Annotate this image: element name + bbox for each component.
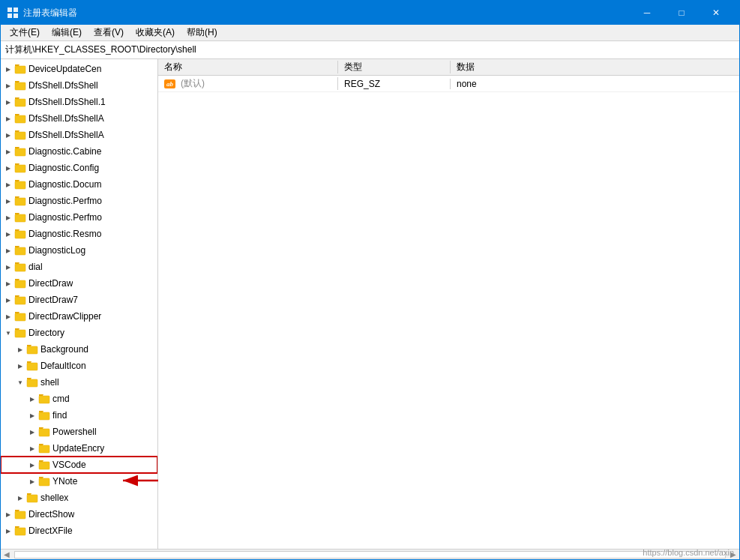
tree-toggle-t9[interactable]: [2, 193, 14, 209]
tree-item-t25[interactable]: VSCode: [1, 457, 157, 473]
tree-item-t24[interactable]: UpdateEncry: [1, 440, 157, 457]
tree-label-t3: DfsShell.DfsShell.1: [28, 97, 106, 107]
tree-item-t9[interactable]: Diagnostic.Perfmo: [1, 193, 157, 209]
folder-icon-t5: [14, 129, 26, 141]
tree-toggle-t27[interactable]: [14, 490, 26, 506]
tree-label-t26: YNote: [52, 476, 77, 487]
tree-toggle-t11[interactable]: [2, 226, 14, 242]
tree-toggle-t26[interactable]: [26, 473, 38, 490]
tree-toggle-t12[interactable]: [2, 242, 14, 259]
tree-toggle-t19[interactable]: [14, 358, 26, 374]
menu-view[interactable]: 查看(V): [88, 25, 130, 40]
tree-toggle-t17[interactable]: [2, 325, 14, 341]
tree-toggle-t8[interactable]: [2, 176, 14, 193]
menu-edit[interactable]: 编辑(E): [46, 25, 88, 40]
tree-toggle-t22[interactable]: [26, 407, 38, 424]
svg-rect-5: [15, 82, 25, 90]
tree-item-t3[interactable]: DfsShell.DfsShell.1: [1, 94, 157, 110]
folder-icon-t9: [14, 195, 26, 207]
menu-file[interactable]: 文件(E): [4, 25, 46, 40]
tree-item-t2[interactable]: DfsShell.DfsShell: [1, 77, 157, 94]
svg-rect-30: [27, 495, 37, 502]
tree-toggle-t24[interactable]: [26, 440, 38, 457]
svg-rect-11: [15, 181, 25, 189]
tree-item-t12[interactable]: DiagnosticLog: [1, 242, 157, 259]
minimize-button[interactable]: ─: [630, 1, 664, 25]
maximize-button[interactable]: □: [664, 1, 699, 25]
value-row[interactable]: ab (默认) REG_SZ none: [158, 76, 739, 92]
folder-icon-t17: [14, 327, 26, 339]
app-icon: [7, 7, 19, 19]
tree-item-t16[interactable]: DirectDrawClipper: [1, 308, 157, 325]
svg-rect-10: [15, 165, 25, 172]
tree-toggle-t10[interactable]: [2, 209, 14, 226]
tree-toggle-t7[interactable]: [2, 160, 14, 176]
tree-item-t28[interactable]: DirectShow: [1, 506, 157, 523]
tree-label-t24: UpdateEncry: [52, 443, 104, 454]
tree-toggle-t15[interactable]: [2, 292, 14, 308]
tree-label-t13: dial: [28, 262, 43, 272]
folder-icon-t28: [14, 508, 26, 520]
tree-toggle-t6[interactable]: [2, 143, 14, 160]
tree-item-t8[interactable]: Diagnostic.Docum: [1, 176, 157, 193]
tree-toggle-t2[interactable]: [2, 77, 14, 94]
col-header-data: 数据: [451, 61, 739, 73]
tree-toggle-t28[interactable]: [2, 506, 14, 523]
svg-rect-13: [15, 214, 25, 222]
value-type: REG_SZ: [338, 79, 451, 89]
tree-toggle-t16[interactable]: [2, 308, 14, 325]
tree-panel[interactable]: DeviceUpdateCen DfsShell.DfsShell DfsShe…: [1, 59, 158, 549]
folder-icon-t6: [14, 145, 26, 157]
tree-toggle-t23[interactable]: [26, 424, 38, 440]
tree-label-t9: Diagnostic.Perfmo: [28, 196, 102, 206]
tree-toggle-t5[interactable]: [2, 127, 14, 143]
tree-item-t26[interactable]: YNote: [1, 473, 157, 490]
folder-icon-t27: [26, 492, 38, 504]
menu-favorites[interactable]: 收藏夹(A): [130, 25, 181, 40]
tree-toggle-t3[interactable]: [2, 94, 14, 110]
tree-toggle-t18[interactable]: [14, 341, 26, 358]
tree-toggle-t25[interactable]: [26, 457, 38, 473]
tree-toggle-t4[interactable]: [2, 110, 14, 127]
tree-item-t17[interactable]: Directory: [1, 325, 157, 341]
svg-rect-24: [39, 396, 49, 403]
tree-toggle-t21[interactable]: [26, 391, 38, 407]
tree-item-t10[interactable]: Diagnostic.Perfmo: [1, 209, 157, 226]
tree-item-t22[interactable]: find: [1, 407, 157, 424]
svg-rect-7: [15, 115, 25, 123]
tree-item-t18[interactable]: Background: [1, 341, 157, 358]
tree-item-t23[interactable]: Powershell: [1, 424, 157, 440]
folder-icon-t8: [14, 178, 26, 190]
tree-toggle-t20[interactable]: [14, 374, 26, 391]
menu-help[interactable]: 帮助(H): [181, 25, 223, 40]
tree-item-t21[interactable]: cmd: [1, 391, 157, 407]
tree-item-t19[interactable]: DefaultIcon: [1, 358, 157, 374]
tree-item-t4[interactable]: DfsShell.DfsShellA: [1, 110, 157, 127]
value-data: none: [451, 79, 739, 89]
tree-label-t20: shell: [40, 377, 59, 388]
svg-rect-14: [15, 231, 25, 238]
close-button[interactable]: ✕: [699, 1, 733, 25]
value-name: ab (默认): [158, 77, 338, 90]
tree-toggle-t14[interactable]: [2, 275, 14, 292]
tree-item-t1[interactable]: DeviceUpdateCen: [1, 61, 157, 77]
tree-item-t5[interactable]: DfsShell.DfsShellA: [1, 127, 157, 143]
tree-label-t19: DefaultIcon: [40, 361, 86, 371]
tree-toggle-t13[interactable]: [2, 259, 14, 275]
tree-item-t14[interactable]: DirectDraw: [1, 275, 157, 292]
tree-label-t5: DfsShell.DfsShellA: [28, 130, 104, 140]
tree-item-t20[interactable]: shell: [1, 374, 157, 391]
tree-toggle-t1[interactable]: [2, 61, 14, 77]
value-label: (默认): [181, 77, 205, 90]
tree-item-t13[interactable]: dial: [1, 259, 157, 275]
horizontal-scrollbar[interactable]: ◀ ▶: [1, 549, 739, 559]
tree-item-t6[interactable]: Diagnostic.Cabine: [1, 143, 157, 160]
tree-item-t11[interactable]: Diagnostic.Resmo: [1, 226, 157, 242]
tree-item-t29[interactable]: DirectXFile: [1, 523, 157, 539]
tree-item-t15[interactable]: DirectDraw7: [1, 292, 157, 308]
tree-toggle-t29[interactable]: [2, 523, 14, 539]
svg-rect-25: [39, 412, 49, 420]
tree-item-t27[interactable]: shellex: [1, 490, 157, 506]
main-content: DeviceUpdateCen DfsShell.DfsShell DfsShe…: [1, 59, 739, 549]
tree-item-t7[interactable]: Diagnostic.Config: [1, 160, 157, 176]
